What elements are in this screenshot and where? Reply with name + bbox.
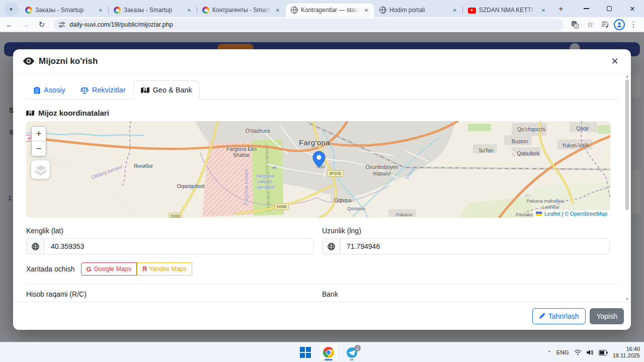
tab-close-icon[interactable]: ✕: [185, 6, 193, 14]
url-text[interactable]: daily-suvi.com/19l/public/mijozlar.php: [69, 21, 173, 28]
lat-label: Kenglik (lat): [26, 227, 314, 235]
tab-title: Заказы - Smartup: [35, 7, 94, 14]
volume-icon[interactable]: [587, 349, 594, 355]
tab-geo-bank[interactable]: Geo & Bank: [133, 80, 200, 100]
reload-button[interactable]: ↻: [35, 18, 48, 31]
telegram-badge: 2: [354, 345, 361, 351]
translate-icon[interactable]: G文: [569, 18, 582, 31]
section-title: Mijoz koordinatalari: [26, 109, 618, 117]
tab-close-icon[interactable]: ✕: [362, 6, 370, 14]
taskbar-telegram[interactable]: 2: [342, 344, 361, 361]
google-g-icon: G: [87, 265, 92, 273]
back-button[interactable]: ←: [3, 18, 16, 31]
new-tab-button[interactable]: +: [554, 3, 568, 16]
latitude-input[interactable]: [44, 238, 314, 254]
scales-icon: [80, 86, 89, 94]
tab-title: Контрагенты - Smartup: [212, 7, 271, 14]
leaflet-map[interactable]: ✈: [26, 121, 610, 218]
globe-icon: [322, 238, 340, 254]
tab-title: Hodim portali: [389, 7, 448, 14]
browser-tabstrip: ▾ Заказы - Smartup✕Заказы - Smartup✕Конт…: [0, 0, 644, 17]
tab-close-icon[interactable]: ✕: [451, 6, 459, 14]
map-attribution: Leaflet | © OpenStreetMap: [533, 210, 610, 218]
eye-icon: [23, 57, 34, 65]
profile-avatar[interactable]: [614, 19, 625, 30]
tray-expand-icon[interactable]: ⌃: [547, 350, 551, 355]
address-bar[interactable]: daily-suvi.com/19l/public/mijozlar.php: [53, 19, 564, 31]
browser-tab[interactable]: Hodim portali✕: [374, 3, 463, 17]
modal-body: Asosiy Rekvizitlar Geo & Bank Mijoz koor…: [13, 73, 631, 302]
globe-favicon: [291, 7, 298, 14]
window-controls: ✕: [575, 0, 644, 17]
close-button[interactable]: Yopish: [590, 308, 624, 324]
bookmark-star-icon[interactable]: ☆: [584, 18, 597, 31]
browser-tab[interactable]: Kontragentlar — stacked n✕: [286, 3, 374, 17]
close-window-button[interactable]: ✕: [621, 0, 644, 17]
windows-logo-icon: [300, 347, 311, 358]
clipboard-icon: [34, 86, 40, 94]
map-zoom-control: + −: [31, 126, 46, 156]
forward-button[interactable]: →: [19, 18, 32, 31]
modal-header: Mijozni ko'rish ✕: [13, 49, 631, 73]
browser-menu-icon[interactable]: ⋮: [627, 18, 640, 31]
leaflet-link[interactable]: Leaflet: [544, 211, 560, 217]
yandex-maps-button[interactable]: Я Yandex Maps: [137, 262, 192, 276]
smartup-favicon: [25, 7, 32, 14]
modal-title: Mijozni ko'rish: [23, 56, 98, 66]
modal-tabs: Asosiy Rekvizitlar Geo & Bank: [26, 80, 618, 100]
browser-tab[interactable]: SZDAN NMA KETTI VIDEO✕: [463, 3, 551, 17]
osm-link[interactable]: © OpenStreetMap: [565, 211, 607, 217]
screen: ▾ Заказы - Smartup✕Заказы - Smartup✕Конт…: [0, 0, 644, 362]
tab-asosiy[interactable]: Asosiy: [26, 80, 73, 100]
smartup-favicon: [202, 7, 209, 14]
map-tiles: ✈: [26, 121, 610, 218]
modal-close-icon[interactable]: ✕: [609, 55, 621, 67]
zoom-out-button[interactable]: −: [32, 141, 46, 156]
browser-tab[interactable]: Заказы - Smartup✕: [20, 3, 109, 17]
tab-rekvizitlar[interactable]: Rekvizitlar: [73, 80, 133, 100]
scrollbar-thumb[interactable]: [625, 79, 629, 210]
pencil-icon: [539, 312, 545, 320]
tab-list: Заказы - Smartup✕Заказы - Smartup✕Контра…: [20, 0, 551, 17]
edit-button[interactable]: Tahrirlash: [532, 308, 586, 324]
map-layers-button[interactable]: [31, 160, 50, 179]
media-controls-icon[interactable]: [599, 18, 612, 31]
scroll-down-arrow[interactable]: ▼: [625, 297, 629, 301]
wifi-icon[interactable]: [574, 349, 582, 355]
chrome-icon: [323, 346, 335, 358]
lng-label: Uzunlik (lng): [322, 227, 610, 235]
site-settings-icon[interactable]: [58, 21, 65, 28]
tab-search-button[interactable]: ▾: [4, 2, 18, 16]
browser-tab[interactable]: Заказы - Smartup✕: [109, 3, 197, 17]
tab-close-icon[interactable]: ✕: [539, 6, 547, 14]
map-pin-icon: [141, 86, 149, 94]
tab-close-icon[interactable]: ✕: [97, 6, 105, 14]
modal-footer: Tahrirlash Yopish: [13, 302, 631, 330]
account-label: Hisob raqami (R/C): [26, 290, 314, 298]
language-indicator[interactable]: ENG: [556, 349, 569, 355]
yandex-ya-icon: Я: [142, 265, 147, 273]
tab-close-icon[interactable]: ✕: [274, 6, 282, 14]
globe-favicon: [379, 7, 386, 14]
clock-date: 18.11.2025: [613, 352, 640, 359]
battery-icon[interactable]: [599, 350, 608, 355]
layers-icon: [35, 165, 46, 175]
start-button[interactable]: [296, 344, 315, 361]
longitude-input[interactable]: [340, 238, 610, 254]
maximize-button[interactable]: [598, 0, 621, 17]
youtube-favicon: [468, 8, 476, 14]
svg-text:文: 文: [575, 24, 578, 28]
taskbar-clock[interactable]: 16:40 18.11.2025: [613, 346, 640, 359]
modal-scrollbar[interactable]: ▲ ▼: [625, 74, 629, 301]
ukraine-flag-icon: [536, 212, 542, 216]
smartup-favicon: [114, 7, 121, 14]
minimize-button[interactable]: [575, 0, 598, 17]
taskbar-chrome[interactable]: [319, 344, 338, 361]
scroll-up-arrow[interactable]: ▲: [625, 74, 629, 78]
google-maps-button[interactable]: G Google Maps: [81, 262, 137, 276]
zoom-in-button[interactable]: +: [32, 127, 46, 141]
browser-tab[interactable]: Контрагенты - Smartup✕: [197, 3, 286, 17]
coordinates-icon: [26, 110, 34, 116]
globe-icon: [26, 238, 44, 254]
taskbar: 2 ⌃ ENG 16:40 18.11.2025: [0, 342, 644, 362]
